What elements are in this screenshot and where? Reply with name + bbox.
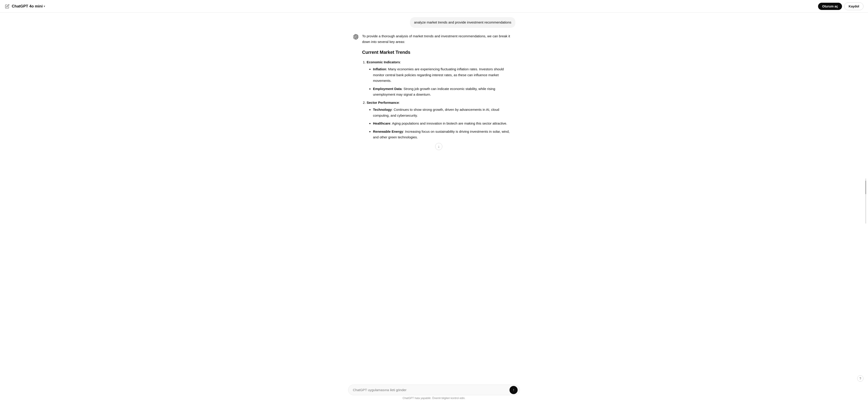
- sub-list: Inflation: Many economies are experienci…: [367, 66, 515, 97]
- list-label: Economic Indicators: [367, 60, 400, 64]
- signup-button[interactable]: Kaydol: [844, 2, 864, 10]
- ai-intro-text: To provide a thorough analysis of market…: [362, 33, 515, 45]
- input-wrapper: ↑: [348, 384, 520, 395]
- send-button[interactable]: ↑: [509, 386, 518, 394]
- send-icon: ↑: [513, 388, 515, 392]
- list-item: Employment Data: Strong job growth can i…: [373, 86, 515, 97]
- help-icon: ?: [860, 377, 861, 380]
- scroll-indicator: ↓: [362, 143, 515, 150]
- list-item: Sector Performance: Technology: Continue…: [367, 100, 515, 140]
- list-item: Technology: Continues to show strong gro…: [373, 107, 515, 118]
- user-message: analyze market trends and provide invest…: [352, 17, 515, 28]
- signin-button[interactable]: Oturum aç: [818, 3, 842, 10]
- list-item: Healthcare: Aging populations and innova…: [373, 121, 515, 126]
- bullet-label: Healthcare: [373, 121, 391, 125]
- model-selector[interactable]: ChatGPT 4o mini ▾: [12, 4, 45, 8]
- scrollbar[interactable]: [865, 178, 866, 224]
- scroll-down-icon: ↓: [438, 145, 440, 149]
- chat-container: analyze market trends and provide invest…: [348, 17, 520, 158]
- ai-response-content: To provide a thorough analysis of market…: [362, 33, 515, 152]
- scroll-down-button[interactable]: ↓: [435, 143, 442, 150]
- input-area: ↑ ChatGPT hata yapabilir. Önemli bilgile…: [0, 382, 868, 402]
- header-right: Oturum aç Kaydol: [818, 2, 864, 10]
- header-left: ChatGPT 4o mini ▾: [4, 4, 45, 9]
- bullet-label: Renewable Energy: [373, 129, 403, 133]
- scrollbar-thumb[interactable]: [865, 181, 866, 194]
- list-label: Sector Performance: [367, 101, 399, 104]
- ai-avatar-icon: [352, 34, 359, 40]
- list-item: Renewable Energy: Increasing focus on su…: [373, 129, 515, 140]
- section-title: Current Market Trends: [362, 49, 515, 56]
- list-item: Economic Indicators: Inflation: Many eco…: [367, 59, 515, 97]
- ai-message: To provide a thorough analysis of market…: [352, 33, 515, 152]
- header: ChatGPT 4o mini ▾ Oturum aç Kaydol: [0, 0, 868, 13]
- bullet-label: Technology: [373, 107, 392, 112]
- edit-icon[interactable]: [4, 4, 10, 9]
- bullet-label: Inflation: [373, 67, 386, 71]
- footer-note: ChatGPT hata yapabilir. Önemli bilgileri…: [403, 397, 465, 400]
- sub-list: Technology: Continues to show strong gro…: [367, 107, 515, 140]
- list-item: Inflation: Many economies are experienci…: [373, 66, 515, 84]
- main-list: Economic Indicators: Inflation: Many eco…: [362, 59, 515, 140]
- user-bubble: analyze market trends and provide invest…: [410, 17, 515, 28]
- main-content: analyze market trends and provide invest…: [0, 13, 868, 402]
- bullet-label: Employment Data: [373, 87, 402, 91]
- chat-input[interactable]: [348, 384, 520, 395]
- model-name: ChatGPT 4o mini: [12, 4, 43, 8]
- chevron-down-icon: ▾: [43, 5, 45, 8]
- help-button[interactable]: ?: [857, 375, 864, 382]
